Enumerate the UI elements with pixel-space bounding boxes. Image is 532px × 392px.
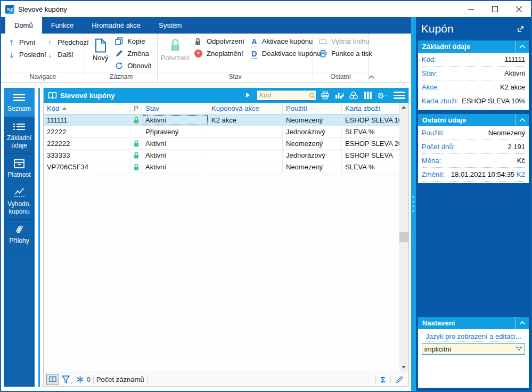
sort-ascending-icon xyxy=(62,107,67,110)
scroll-down-button[interactable] xyxy=(399,363,408,372)
column-header-pouziti[interactable]: Použití xyxy=(283,103,342,114)
section-title: Nastavení xyxy=(422,319,455,327)
list-menu-icon xyxy=(13,92,25,103)
lock-icon xyxy=(133,140,140,147)
book-view-button[interactable] xyxy=(46,374,59,385)
freeze-filter-icon[interactable] xyxy=(76,375,84,383)
close-button[interactable] xyxy=(507,1,531,17)
confirm-button[interactable]: Potvrzení xyxy=(161,35,190,62)
copy-button[interactable]: Kopie xyxy=(112,35,154,47)
language-combobox[interactable]: implicitní xyxy=(422,343,525,355)
minimize-button[interactable] xyxy=(459,1,483,17)
table-row[interactable]: 222222 Aktivní Neomezený ESHOP SLEVA 20% xyxy=(44,138,399,150)
scrollbar-track[interactable] xyxy=(399,112,408,363)
functions-print-button[interactable]: Funkce a tisk xyxy=(316,47,375,60)
section-zakladni-udaje: Základní údaje Kód:111111 Stav:Aktivní A… xyxy=(418,40,529,110)
columns-icon[interactable] xyxy=(363,89,374,101)
column-header-kuponova-akce[interactable]: Kuponová akce xyxy=(208,103,283,114)
maximize-button[interactable] xyxy=(483,1,507,17)
detail-panel: Kupón Základní údaje Kód:111111 Stav:Akt… xyxy=(416,17,531,391)
table-row[interactable]: 111111 Aktivní K2 akce Neomezený ESHOP S… xyxy=(44,115,399,126)
arrow-up-icon: ↑ xyxy=(45,39,54,46)
tab-funkce[interactable]: Funkce xyxy=(42,17,83,34)
printer-icon xyxy=(319,50,328,58)
column-header-stav[interactable]: Stav xyxy=(142,103,208,114)
edit-note-button[interactable] xyxy=(394,375,406,383)
collapse-section-button[interactable] xyxy=(515,114,529,126)
scroll-up-button[interactable] xyxy=(399,103,408,112)
sidebar-item-vyhodnoceni-kuponu[interactable]: Vyhodn. kupónu xyxy=(4,183,35,220)
table-menu-icon[interactable] xyxy=(394,92,405,99)
sidebar-item-prilohy[interactable]: Přílohy xyxy=(4,220,35,249)
table-row[interactable]: VP706C5F34 Aktivní Neomezený SLEVA % xyxy=(44,161,399,173)
table-row[interactable]: 22222 Připravený Jednorázový SLEVA % xyxy=(44,126,399,138)
ribbon-collapse-button[interactable] xyxy=(369,75,374,79)
sidebar-item-zakladni-udaje[interactable]: Základní údaje xyxy=(4,117,35,154)
selected-cell: Aktivní xyxy=(142,115,208,126)
green-lock-icon xyxy=(169,37,182,54)
group-label-zaznam: Záznam xyxy=(85,72,157,82)
ribbon-group-zaznam: Nový Kopie xyxy=(85,34,158,82)
settings-gear-icon[interactable]: ⚙⌄ xyxy=(377,89,388,101)
scrollbar-thumb[interactable] xyxy=(399,232,408,242)
changed-by-user[interactable]: K2 xyxy=(517,170,525,178)
window-title: Slevové kupóny xyxy=(18,5,67,13)
refresh-button[interactable]: Obnovit xyxy=(112,60,154,72)
detail-list-icon xyxy=(13,121,26,132)
last-record-button[interactable]: ⤓ Poslední xyxy=(4,48,43,61)
select-book-button[interactable]: Vybrat knihu xyxy=(316,35,375,47)
activate-coupon-button[interactable]: A Aktivace kupónu xyxy=(247,35,324,47)
coupons-table-panel: Slevové kupóny xyxy=(43,88,409,387)
sidebar-item-seznam[interactable]: Seznam xyxy=(4,88,35,117)
tab-hromadne-akce[interactable]: Hromadné akce xyxy=(83,17,150,34)
refresh-icon xyxy=(115,62,124,70)
search-icon xyxy=(309,92,316,99)
table-title: Slevové kupóny xyxy=(60,92,115,100)
unconfirm-button[interactable]: Odpotvrzení xyxy=(192,35,247,47)
expand-filter-icon[interactable] xyxy=(245,92,251,99)
field-row: Karta zboží:ESHOP SLEVA 10% xyxy=(422,94,525,108)
next-record-button[interactable]: ↓ Další xyxy=(43,48,92,61)
pencil-icon xyxy=(115,50,124,58)
table-vertical-scrollbar[interactable] xyxy=(399,103,408,372)
letter-d-icon: D xyxy=(250,50,259,58)
field-row: Stav:Aktivní xyxy=(422,67,525,80)
ribbon: ⤒ První ⤓ Poslední ↑ Předchozí xyxy=(1,34,411,83)
sum-button[interactable]: Σ xyxy=(379,375,388,384)
relations-icon[interactable] xyxy=(348,89,359,101)
previous-record-button[interactable]: ↑ Předchozí xyxy=(43,36,92,48)
record-count-label: Počet záznamů xyxy=(96,375,144,383)
field-row: Změnil:18.01.2021 10:54:35K2 xyxy=(422,168,525,182)
invalidate-button[interactable]: ✕ Zneplatnění xyxy=(192,47,247,60)
red-cross-icon: ✕ xyxy=(194,50,203,58)
table-row[interactable]: 333333 Aktivní Jednorázový ESHOP SLEVA xyxy=(44,150,399,161)
tab-domu[interactable]: Domů xyxy=(5,17,42,34)
tab-system[interactable]: Systém xyxy=(150,17,191,34)
sidebar-item-platnost[interactable]: Platnost xyxy=(4,154,35,183)
column-header-kod[interactable]: Kód xyxy=(44,103,130,114)
field-row: Měna:Kč xyxy=(422,154,525,168)
deactivate-coupon-button[interactable]: D Deaktivace kupónu xyxy=(247,47,324,60)
book-icon xyxy=(319,38,328,45)
chart-export-icon[interactable] xyxy=(334,89,345,101)
copy-icon xyxy=(115,37,124,45)
collapse-section-button[interactable] xyxy=(515,40,529,53)
filter-button[interactable]: ⌄ xyxy=(62,375,73,383)
column-header-p[interactable]: P xyxy=(130,103,142,114)
grid-header-row: Kód P Stav Kuponová akce Použití Karta z… xyxy=(44,103,399,115)
search-input[interactable] xyxy=(257,92,309,99)
open-in-window-icon[interactable] xyxy=(517,25,525,33)
first-record-button[interactable]: ⤒ První xyxy=(4,36,43,48)
arrow-down-bar-icon: ⤓ xyxy=(7,51,16,59)
collapse-section-button[interactable] xyxy=(515,317,529,329)
print-icon[interactable] xyxy=(320,89,331,101)
left-splitter[interactable] xyxy=(35,88,43,387)
paperclip-icon xyxy=(15,224,23,235)
panel-splitter[interactable] xyxy=(411,17,416,391)
column-header-karta-zbozi[interactable]: Karta zboží xyxy=(342,103,399,114)
field-row: Použití:Neomezený xyxy=(422,126,525,140)
letter-a-icon: A xyxy=(250,38,259,45)
new-record-button[interactable]: Nový xyxy=(88,35,112,62)
edit-button[interactable]: Změna xyxy=(112,47,154,60)
left-sidebar: Seznam Základní údaje Platnost xyxy=(4,88,35,387)
